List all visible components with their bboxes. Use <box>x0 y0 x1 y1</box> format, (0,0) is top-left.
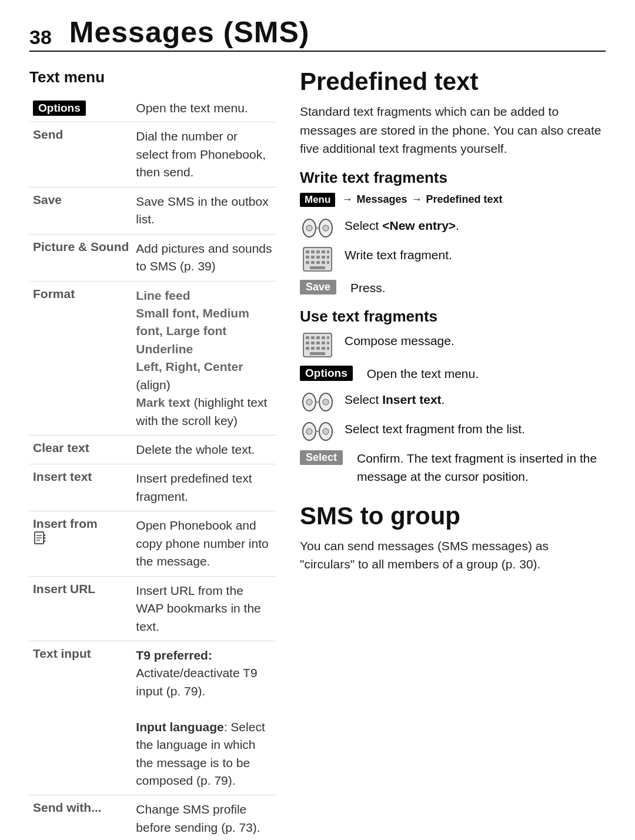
menu-val-insert-from: Open Phonebook and copy phone number int… <box>132 511 276 576</box>
svg-rect-39 <box>327 342 329 344</box>
menu-key-send: Send <box>29 122 132 187</box>
right-column: Predefined text Standard text fragments … <box>300 68 606 840</box>
save-badge-cell: Save <box>300 279 341 294</box>
svg-rect-36 <box>311 342 315 344</box>
text-input-lang: Input language: Select the language in w… <box>136 720 265 787</box>
sms-group-body: You can send messages (SMS messages) as … <box>300 537 606 574</box>
text-menu-heading: Text menu <box>29 68 276 86</box>
svg-rect-38 <box>322 342 325 344</box>
nav-wheel-icon-3 <box>300 420 335 442</box>
svg-point-52 <box>306 429 312 434</box>
format-mark-label: Mark text <box>136 396 190 409</box>
select-badge: Select <box>300 450 343 465</box>
svg-rect-43 <box>322 347 325 350</box>
use-step-3: Select Insert text. <box>300 390 606 413</box>
svg-rect-33 <box>322 336 325 339</box>
svg-point-8 <box>306 225 312 231</box>
use-step-1: Compose message. <box>300 332 606 357</box>
predefined-text-heading: Predefined text <box>300 68 606 95</box>
svg-rect-21 <box>322 256 325 259</box>
svg-rect-1 <box>44 534 45 536</box>
page-title: Messages (SMS) <box>69 18 310 47</box>
main-layout: Text menu Options Open the text menu. Se… <box>29 68 606 840</box>
format-align-desc: (align) <box>136 378 170 391</box>
write-step-3: Save Press. <box>300 279 606 297</box>
nav-wheel-icon-1 <box>300 216 335 239</box>
phonebook-icon <box>33 531 47 545</box>
menu-row-insert-from: Insert from Open Phonebook and copy phon… <box>29 511 276 576</box>
predefined-text-body: Standard text fragments which can be add… <box>300 102 606 158</box>
menu-key-send-with: Send with... <box>29 795 132 840</box>
sms-group-section: SMS to group You can send messages (SMS … <box>300 503 606 574</box>
sms-group-heading: SMS to group <box>300 503 606 530</box>
svg-rect-23 <box>306 261 309 264</box>
write-step-1: Select <New entry>. <box>300 216 606 239</box>
use-step-4: Select text fragment from the list. <box>300 420 606 442</box>
nav-predefined-text: Predefined text <box>426 193 502 206</box>
svg-point-47 <box>306 399 312 405</box>
menu-row-clear-text: Clear text Delete the whole text. <box>29 436 276 464</box>
use-step-5: Select Confirm. The text fragment is ins… <box>300 449 606 486</box>
nav-wheel-svg-1 <box>302 217 333 239</box>
options-badge: Options <box>33 101 86 116</box>
menu-val-clear-text: Delete the whole text. <box>132 436 276 464</box>
menu-val-insert-url: Insert URL from the WAP bookmarks in the… <box>132 576 276 641</box>
select-badge-cell: Select <box>300 449 347 465</box>
options-badge-cell-2: Options <box>300 364 357 381</box>
svg-rect-26 <box>322 261 325 264</box>
menu-row-text-input: Text input T9 preferred: Activate/deacti… <box>29 641 276 795</box>
menu-row-picture-sound: Picture & Sound Add pictures and sounds … <box>29 234 276 281</box>
menu-val-send: Dial the number or select from Phonebook… <box>132 122 276 187</box>
nav-wheel-svg-3 <box>302 421 333 442</box>
svg-rect-3 <box>44 540 45 542</box>
svg-rect-20 <box>316 256 320 259</box>
menu-key-insert-url: Insert URL <box>29 576 132 641</box>
svg-rect-31 <box>311 336 315 339</box>
format-align-label: Left, Right, Center <box>136 360 243 373</box>
format-underline: Underline <box>136 340 273 358</box>
menu-table: Options Open the text menu. Send Dial th… <box>29 95 276 840</box>
menu-row-send: Send Dial the number or select from Phon… <box>29 122 276 187</box>
nav-arrow-2: → <box>411 193 422 206</box>
keyboard-icon-1 <box>300 246 335 272</box>
menu-row-save: Save Save SMS in the outbox list. <box>29 187 276 234</box>
menu-val-picture-sound: Add pictures and sounds to SMS (p. 39) <box>132 234 276 281</box>
svg-rect-16 <box>322 250 325 253</box>
new-entry-label: <New entry> <box>382 219 456 232</box>
menu-row-send-with: Send with... Change SMS profile before s… <box>29 795 276 840</box>
use-step-4-text: Select text fragment from the list. <box>345 420 606 439</box>
options-badge-2: Options <box>300 366 353 381</box>
use-step-2-text: Open the text menu. <box>367 364 606 383</box>
svg-rect-30 <box>306 336 309 339</box>
write-step-2-text: Write text fragment. <box>345 246 606 265</box>
svg-rect-37 <box>316 342 320 344</box>
svg-rect-24 <box>311 261 315 264</box>
svg-rect-17 <box>327 250 329 253</box>
svg-rect-22 <box>327 256 329 259</box>
nav-arrow-1: → <box>342 193 352 206</box>
menu-val-text-input: T9 preferred: Activate/deactivate T9 inp… <box>132 641 276 795</box>
nav-wheel-icon-2 <box>300 390 335 413</box>
svg-rect-25 <box>316 261 320 264</box>
text-input-t9: T9 preferred: Activate/deactivate T9 inp… <box>136 648 257 698</box>
format-linefeed: Line feed <box>136 287 273 304</box>
write-fragments-heading: Write text fragments <box>300 169 606 187</box>
write-step-2: Write text fragment. <box>300 246 606 272</box>
use-step-3-text: Select Insert text. <box>345 390 606 409</box>
nav-messages: Messages <box>356 193 407 206</box>
svg-rect-41 <box>311 347 315 350</box>
menu-key-insert-from: Insert from <box>29 511 132 576</box>
menu-val-send-with: Change SMS profile before sending (p. 73… <box>132 795 276 840</box>
svg-rect-14 <box>311 250 315 253</box>
menu-row-insert-url: Insert URL Insert URL from the WAP bookm… <box>29 576 276 641</box>
menu-key-insert-text: Insert text <box>29 464 132 511</box>
svg-rect-27 <box>327 261 329 264</box>
format-align: Left, Right, Center (align) <box>136 360 243 391</box>
svg-rect-19 <box>311 256 315 259</box>
svg-rect-40 <box>306 347 309 350</box>
svg-rect-28 <box>310 266 325 269</box>
svg-rect-15 <box>316 250 320 253</box>
write-step-3-text: Press. <box>350 279 606 297</box>
nav-breadcrumb: Menu → Messages → Predefined text <box>300 193 606 207</box>
input-lang-label: Input language <box>136 720 223 734</box>
